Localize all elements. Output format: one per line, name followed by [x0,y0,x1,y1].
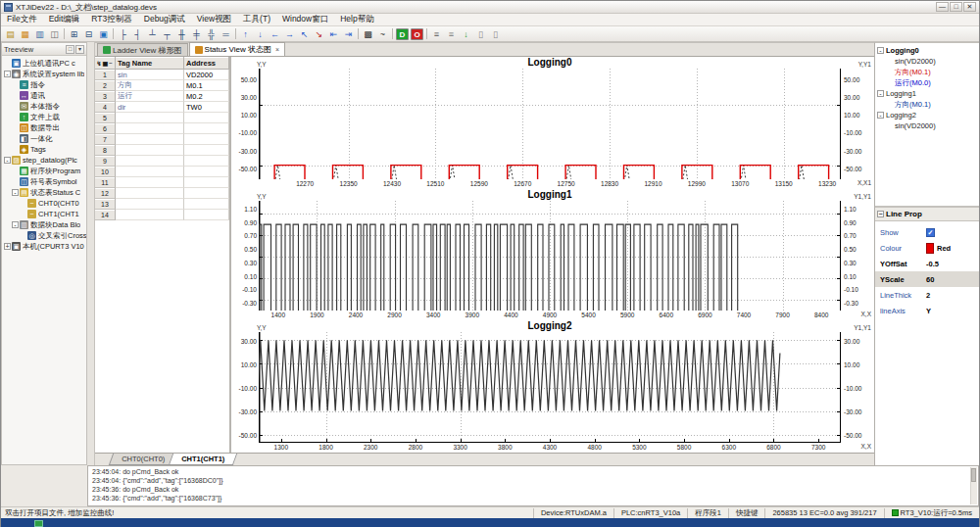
print-icon[interactable]: ◫ [47,27,62,41]
chart-plot[interactable] [259,69,841,179]
tag-name-cell[interactable] [116,188,184,199]
address-cell[interactable] [184,188,229,199]
address-cell[interactable] [184,177,229,188]
tag-name-cell[interactable] [116,199,184,210]
taskbar-app-icon[interactable] [34,520,43,527]
address-cell[interactable] [184,199,229,210]
first-icon[interactable]: ⇤ [326,27,341,41]
signal-item-1[interactable]: -Logging0 [877,45,979,56]
prop-row-show[interactable]: Show✓ [875,224,979,240]
prop-value[interactable]: -0.5 [926,260,939,268]
table-row[interactable]: 12 [95,188,229,199]
window-view-icon[interactable]: ⊟ [81,27,96,41]
menu-item-3[interactable]: RT3控制器 [85,14,137,25]
prop-row-colour[interactable]: ColourRed [875,240,979,256]
address-cell[interactable]: VD2000 [184,70,229,80]
tree-item-4[interactable]: ↔通讯 [4,90,86,101]
chart-plot[interactable] [259,332,841,443]
branch-icon[interactable]: ╬ [204,27,219,41]
tree-item-13[interactable]: -▤状态表Status C [4,187,86,198]
expand-icon[interactable]: - [877,90,884,97]
tag-name-cell[interactable]: dir [116,102,184,113]
tab-close-icon[interactable]: × [275,46,279,53]
address-cell[interactable]: M0.2 [184,91,229,102]
menu-item-8[interactable]: Help帮助 [334,14,379,25]
move-down-icon[interactable]: ↓ [253,27,268,41]
tree-panel-menu-button[interactable]: ▾ [75,45,84,54]
last-icon[interactable]: ⇥ [341,27,356,41]
document-tab-1[interactable]: Ladder View 梯形图 [97,43,188,56]
page1-icon[interactable]: ▯ [473,27,488,41]
insert-row-icon[interactable]: ↖ [297,27,312,41]
chart-plot[interactable] [259,201,841,311]
delete-row-icon[interactable]: ↘ [312,27,326,41]
coil-icon[interactable]: ┴ [145,27,160,41]
expand-icon[interactable]: - [877,112,884,119]
address-cell[interactable] [184,210,229,220]
tree-item-7[interactable]: ◫数据导出 [4,122,86,133]
address-cell[interactable] [184,123,229,134]
tag-name-cell[interactable] [116,123,184,134]
table-row[interactable]: 14 [95,210,229,220]
table-row[interactable]: 5 [95,113,229,123]
maximize-button[interactable]: □ [950,2,962,12]
table-row[interactable]: 9 [95,156,229,167]
contact-closed-icon[interactable]: ┤ [130,27,145,41]
signal-item-8[interactable]: sin(VD2000) [877,120,979,131]
table-icon[interactable]: ≡ [444,27,459,41]
prop-row-yoffsat[interactable]: YOffSat-0.5 [875,256,979,271]
tag-name-cell[interactable]: 方向 [116,80,184,91]
tree-item-15[interactable]: ~CHT1(CHT1 [4,209,86,219]
menu-item-4[interactable]: Debug调试 [138,14,191,25]
address-cell[interactable]: TW0 [184,102,229,113]
menu-item-1[interactable]: File文件 [1,14,43,25]
contact-open-icon[interactable]: ├ [116,27,130,41]
save-icon[interactable]: ▥ [32,27,47,41]
table-tool-icon[interactable]: ▦ [102,60,108,67]
tree-item-16[interactable]: -▥数据块Data Blo [4,219,86,230]
list-icon[interactable]: ≡ [429,27,444,41]
menu-item-6[interactable]: 工具(T) [237,14,276,25]
menu-item-2[interactable]: Edit编辑 [43,14,86,25]
document-tab-2[interactable]: Status View 状态图× [189,42,285,56]
chart-icon[interactable]: ▩ [361,27,375,41]
signal-item-6[interactable]: 方向(M0.1) [877,99,979,110]
table-row[interactable]: 13 [95,199,229,210]
column-header-address[interactable]: Address [184,57,229,70]
tag-name-cell[interactable] [116,210,184,220]
table-row[interactable]: 11 [95,177,229,188]
tag-name-cell[interactable]: 运行 [116,91,184,102]
move-right-icon[interactable]: → [282,27,297,41]
scrollbar-thumb[interactable] [971,468,976,482]
tree-item-9[interactable]: ◈Tags [4,144,86,155]
tree-item-17[interactable]: ◎交叉索引Cross R [4,230,86,241]
prop-value[interactable]: ✓ [926,228,935,237]
tree-item-1[interactable]: ▣上位机通讯PC c [4,58,86,69]
tag-name-cell[interactable] [116,134,184,145]
expand-icon[interactable]: - [4,157,11,164]
tree-item-2[interactable]: -◉系统设置system lib [4,69,86,79]
prop-value[interactable]: 2 [926,291,930,300]
signal-item-2[interactable]: sin(VD2000) [877,56,979,67]
table-row[interactable]: 7 [95,134,229,145]
prop-value[interactable]: Red [926,243,951,254]
tag-name-cell[interactable] [116,156,184,167]
table-row[interactable]: 3运行M0.2 [95,91,229,102]
page2-icon[interactable]: ▯ [488,27,503,41]
address-cell[interactable] [184,156,229,167]
checkbox-checked-icon[interactable]: ✓ [926,228,935,237]
address-cell[interactable] [184,145,229,156]
stop-icon[interactable]: O [411,28,423,40]
table-row[interactable]: 10 [95,167,229,177]
address-cell[interactable]: M0.1 [184,80,229,91]
vertical-line-icon[interactable]: ╫ [174,27,189,41]
grid-view-icon[interactable]: ⊞ [67,27,81,41]
tag-name-cell[interactable] [116,145,184,156]
collapse-icon[interactable]: − [877,211,884,217]
column-header-tagname[interactable]: Tag Name [116,57,184,70]
tree-item-5[interactable]: ✉本体指令 [4,101,86,112]
expand-icon[interactable]: - [12,189,19,196]
move-up-icon[interactable]: ↑ [238,27,253,41]
address-cell[interactable] [184,167,229,177]
tag-name-cell[interactable] [116,177,184,188]
